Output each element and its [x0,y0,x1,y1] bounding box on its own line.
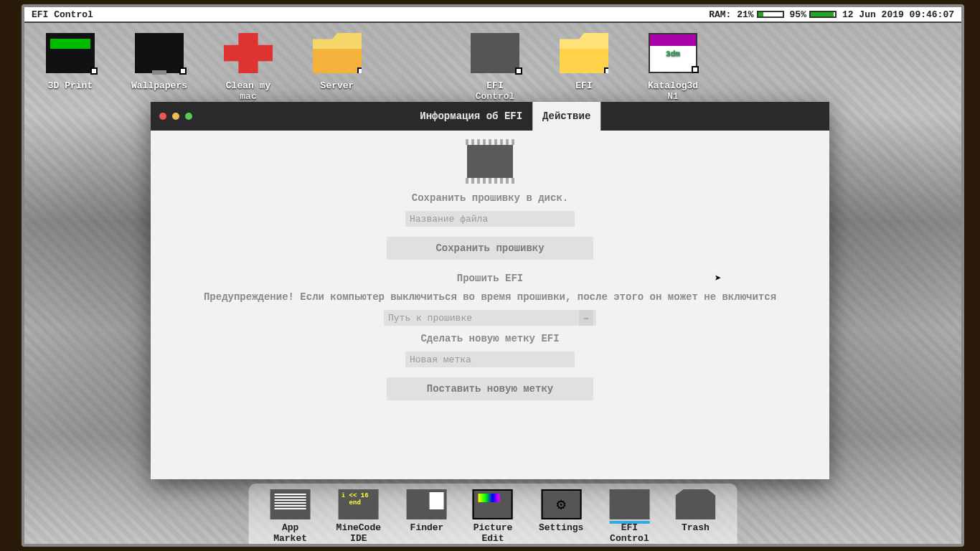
dock-label: App Market [270,522,311,544]
icon-label: Katalog3d N1 [644,80,702,102]
dock-label: Trash [675,522,715,533]
ram-bar-icon [757,11,784,18]
icon-label: EFI Control [466,80,524,102]
efi-icon [609,489,649,519]
desktop-icon-wallpapers[interactable]: Wallpapers [131,33,188,102]
dock-item-settings[interactable]: Settings [539,489,583,544]
folder yel-icon [560,33,608,73]
desktop-icon-server[interactable]: Server [308,33,366,102]
maximize-icon[interactable] [185,113,192,120]
finder-icon [407,489,447,519]
desktop-icon-efi[interactable]: EFI [555,33,613,102]
tab-info[interactable]: Информация об EFI [410,102,532,131]
newlabel-input[interactable] [405,352,575,367]
save-firmware-button[interactable]: Сохранить прошивку [387,237,593,260]
desktop-icon-clean-my-mac[interactable]: Clean my mac [220,33,277,102]
folder-icon [313,33,362,73]
ram-value: 21% [737,9,753,20]
ide-icon [339,489,379,519]
flash-warning: Предупреждение! Если компьютер выключить… [179,291,801,303]
printer-icon [46,33,95,73]
dock-item-finder[interactable]: Finder [407,489,447,544]
desktop-icon-3d-print[interactable]: 3D Print [42,33,99,102]
close-icon[interactable] [159,113,166,120]
dock-label: Picture Edit [473,522,513,544]
icon-label: Clean my mac [220,80,277,102]
firmware-path-input[interactable] [384,310,596,326]
monitor-icon [135,33,184,73]
window-content: Сохранить прошивку в диск. Сохранить про… [151,131,829,423]
window-titlebar[interactable]: Информация об EFI Действие [151,102,829,131]
clock: 12 Jun 2019 09:46:07 [842,9,954,20]
clean-icon [224,33,273,73]
icon-label: Wallpapers [131,80,188,91]
minimize-icon[interactable] [172,113,179,120]
dock: App MarketMineCode IDEFinderPicture Edit… [249,484,738,544]
tab-action[interactable]: Действие [532,102,600,131]
desktop-icon-katalog3d-n1[interactable]: Katalog3d N1 [644,33,702,102]
save-section-label: Сохранить прошивку в диск. [179,192,801,204]
dock-label: EFI Control [609,522,649,544]
battery-bar-icon [809,11,837,18]
filename-input[interactable] [405,211,575,227]
dock-label: Settings [539,522,583,533]
icon-label: Server [308,80,366,91]
dock-item-picture-edit[interactable]: Picture Edit [473,489,513,544]
battery-value: 95% [790,9,806,20]
pic-icon [473,489,513,519]
market-icon [270,489,311,519]
trash-icon [675,489,715,519]
menubar: EFI Control RAM: 21% 95% 12 Jun 2019 09:… [24,7,961,23]
desktop-icons: 3D PrintWallpapersClean my macServerEFI … [42,33,944,102]
set-icon [541,489,581,519]
dock-item-minecode-ide[interactable]: MineCode IDE [336,489,381,544]
icon-label: EFI [555,80,613,91]
dock-label: Finder [407,522,447,533]
dock-item-app-market[interactable]: App Market [270,489,311,544]
icon-label: 3D Print [42,80,99,91]
newlabel-section-label: Сделать новую метку EFI [179,333,801,344]
doc-icon [649,33,697,73]
set-label-button[interactable]: Поставить новую метку [387,377,593,400]
dock-item-efi-control[interactable]: EFI Control [609,489,649,544]
chip-icon [467,145,513,178]
browse-button[interactable]: … [579,310,593,326]
dock-item-trash[interactable]: Trash [675,489,715,544]
app-window: Информация об EFI Действие Сохранить про… [151,102,829,479]
desktop-icon-efi-control[interactable]: EFI Control [466,33,524,102]
app-title: EFI Control [32,9,93,20]
flash-section-label: Прошить EFI [179,273,801,284]
ram-label: RAM: [709,9,731,20]
dock-label: MineCode IDE [336,522,381,544]
chip-icon [471,33,519,73]
